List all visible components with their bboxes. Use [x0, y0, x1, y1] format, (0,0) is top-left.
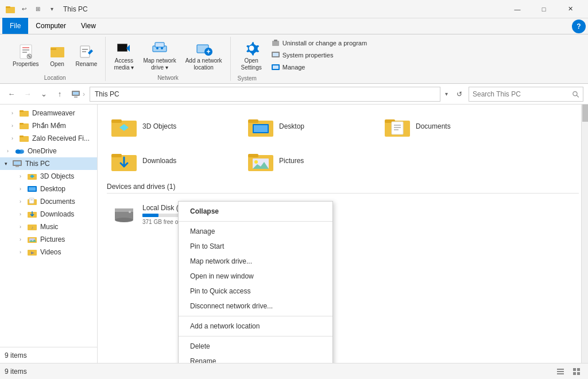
nav-phanmem[interactable]: › Phần Mềm — [0, 119, 97, 132]
help-button[interactable]: ? — [572, 20, 586, 33]
ribbon-open-button[interactable]: Open — [45, 41, 70, 69]
forward-button[interactable]: → — [21, 87, 34, 101]
svg-rect-27 — [273, 53, 278, 56]
ctx-disconnect[interactable]: Disconnect network drive... — [179, 299, 332, 314]
close-button[interactable]: ✕ — [557, 0, 583, 18]
system-label: System — [238, 74, 257, 82]
details-view-button[interactable] — [554, 365, 567, 378]
map-network-label: Map networkdrive ▾ — [143, 57, 176, 71]
tab-file[interactable]: File — [2, 18, 28, 34]
ribbon-group-location: Properties Open — [5, 37, 106, 81]
folder-desktop[interactable]: Desktop — [243, 111, 376, 141]
svg-point-81 — [129, 211, 131, 213]
address-bar: ← → ⌄ ↑ › This PC ▾ ↺ — [0, 84, 588, 105]
tab-view[interactable]: View — [74, 18, 103, 34]
svg-rect-82 — [557, 369, 564, 370]
ctx-pin-quick[interactable]: Pin to Quick access — [179, 284, 332, 299]
uninstall-icon — [271, 38, 280, 48]
ctx-open-new-window[interactable]: Open in new window — [179, 269, 332, 284]
qat-undo[interactable]: ↩ — [18, 3, 30, 15]
nav-downloads[interactable]: › Downloads — [0, 208, 97, 221]
properties-label: Properties — [13, 61, 39, 68]
ribbon-open-settings-button[interactable]: OpenSettings — [238, 38, 265, 72]
qat-props[interactable]: ⊞ — [32, 3, 44, 15]
svg-point-23 — [249, 45, 254, 51]
nav-music[interactable]: › ♪ Music — [0, 221, 97, 233]
folder-downloads[interactable]: Downloads — [107, 146, 239, 176]
settings-icon — [242, 39, 261, 57]
open-icon — [48, 42, 67, 61]
nav-pictures[interactable]: › Pictures — [0, 233, 97, 246]
folder-documents[interactable]: Documents — [380, 111, 512, 141]
svg-rect-29 — [273, 65, 278, 69]
downloads-icon — [28, 210, 37, 219]
ctx-manage[interactable]: Manage — [179, 224, 332, 239]
expand-icon: › — [20, 211, 26, 217]
svg-line-34 — [577, 95, 579, 97]
map-network-icon — [150, 39, 169, 57]
ribbon-tabs: File Computer View ? — [0, 18, 588, 34]
title-bar-left: ↩ ⊞ ▾ This PC — [5, 3, 88, 15]
up-button[interactable]: ↑ — [53, 87, 67, 101]
ctx-collapse[interactable]: Collapse — [179, 204, 332, 219]
qat-dropdown[interactable]: ▾ — [46, 3, 57, 15]
expand-icon: › — [20, 186, 26, 192]
ctx-map-network[interactable]: Map network drive... — [179, 254, 332, 269]
properties-icon — [17, 42, 35, 61]
maximize-button[interactable]: □ — [531, 0, 557, 18]
videos-icon — [28, 247, 37, 257]
ctx-add-network[interactable]: Add a network location — [179, 319, 332, 334]
folder-downloads-icon — [110, 149, 138, 172]
minimize-button[interactable]: — — [504, 0, 531, 18]
ctx-rename[interactable]: Rename — [179, 354, 332, 363]
expand-icon: › — [11, 123, 18, 129]
nav-dreamweaver[interactable]: › Dreamweaver — [0, 107, 97, 119]
tab-computer[interactable]: Computer — [28, 18, 74, 34]
system-props-item[interactable]: System properties — [270, 50, 368, 60]
nav-videos-label: Videos — [40, 248, 61, 256]
large-icons-view-button[interactable] — [570, 365, 583, 378]
uninstall-item[interactable]: Uninstall or change a program — [270, 38, 368, 48]
open-label: Open — [50, 61, 64, 68]
ctx-pin-start[interactable]: Pin to Start — [179, 239, 332, 254]
folder-3dobjects[interactable]: 3D Objects — [107, 111, 239, 141]
open-settings-label: OpenSettings — [241, 57, 262, 71]
nav-videos[interactable]: › Videos — [0, 246, 97, 258]
access-media-icon — [115, 39, 133, 57]
nav-zalo[interactable]: › Zalo Received Fi... — [0, 132, 97, 145]
svg-rect-51 — [29, 198, 34, 203]
expand-icon: › — [20, 249, 26, 255]
nav-desktop[interactable]: › Desktop — [0, 183, 97, 195]
ctx-delete[interactable]: Delete — [179, 339, 332, 354]
folder-pictures[interactable]: Pictures — [243, 146, 376, 176]
recent-locations-button[interactable]: ⌄ — [37, 87, 51, 101]
svg-rect-45 — [14, 161, 21, 165]
svg-rect-83 — [557, 371, 564, 372]
nav-documents[interactable]: › Documents — [0, 195, 97, 208]
address-input[interactable]: This PC — [90, 87, 440, 102]
ribbon-map-network-button[interactable]: Map networkdrive ▾ — [140, 38, 179, 72]
pc-small-icon — [71, 90, 80, 99]
current-path: This PC — [95, 90, 119, 98]
search-input[interactable] — [473, 90, 570, 98]
nav-3dobjects[interactable]: › 3D Objects — [0, 170, 97, 183]
svg-rect-85 — [573, 368, 576, 371]
ribbon-rename-button[interactable]: Rename — [72, 41, 101, 69]
svg-rect-49 — [29, 187, 36, 191]
refresh-button[interactable]: ↺ — [452, 87, 466, 101]
ribbon-add-network-button[interactable]: + Add a networklocation — [182, 38, 226, 72]
nav-this-pc[interactable]: ▾ This PC — [0, 157, 97, 170]
folder-icon — [20, 121, 29, 130]
manage-item[interactable]: Manage — [270, 62, 368, 72]
folder-pictures-icon — [247, 149, 274, 172]
folder-documents-label: Documents — [416, 122, 451, 130]
back-button[interactable]: ← — [5, 87, 18, 101]
nav-onedrive[interactable]: › OneDrive — [0, 145, 97, 157]
address-dropdown[interactable]: ▾ — [443, 91, 450, 97]
svg-rect-38 — [20, 123, 24, 125]
folder-desktop-label: Desktop — [279, 122, 304, 130]
ribbon-properties-button[interactable]: Properties — [9, 41, 42, 69]
search-box[interactable] — [469, 87, 583, 102]
location-buttons: Properties Open — [9, 37, 100, 74]
ribbon-access-media-button[interactable]: Accessmedia ▾ — [110, 38, 137, 72]
